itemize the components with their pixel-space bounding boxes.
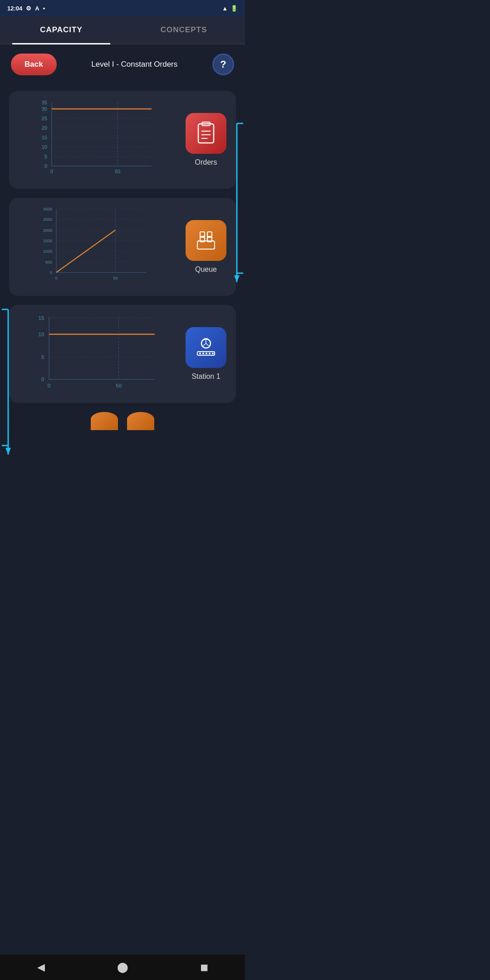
connector-left-arrow [0, 305, 15, 468]
signal-icon: ▲ [222, 5, 228, 12]
svg-text:5: 5 [44, 154, 47, 159]
page-title: Level I - Constant Orders [57, 60, 212, 69]
svg-text:5: 5 [41, 354, 44, 360]
svg-rect-31 [198, 124, 214, 143]
svg-text:1000: 1000 [43, 249, 52, 254]
connector-right-arrow [230, 119, 245, 300]
orders-label: Orders [195, 158, 217, 167]
svg-text:30: 30 [42, 106, 47, 112]
settings-icon: ⚙ [26, 5, 31, 12]
bottom-circle-1[interactable] [91, 412, 118, 430]
tab-bar: CAPACITY CONCEPTS [0, 16, 245, 44]
svg-text:500: 500 [45, 260, 52, 265]
svg-text:50: 50 [116, 382, 122, 388]
header-row: Back Level I - Constant Orders ? [0, 44, 245, 83]
svg-point-77 [206, 353, 207, 354]
card-orders: 0 5 10 15 20 25 30 [9, 91, 236, 189]
svg-rect-55 [197, 241, 215, 249]
queue-icon-box[interactable] [186, 220, 226, 261]
svg-text:20: 20 [42, 125, 47, 131]
station1-icon-area: Station 1 [183, 327, 229, 381]
svg-text:15: 15 [42, 135, 47, 140]
svg-text:2000: 2000 [43, 228, 52, 233]
svg-text:50: 50 [113, 276, 118, 280]
svg-text:2500: 2500 [43, 217, 52, 222]
svg-text:0: 0 [55, 276, 57, 280]
font-icon: A [35, 5, 39, 12]
station1-label: Station 1 [191, 372, 220, 381]
chart-station1: 0 5 10 15 0 50 [16, 312, 178, 396]
svg-text:1500: 1500 [43, 239, 52, 243]
status-right: ▲ 🔋 [222, 5, 238, 12]
orders-icon-area: Orders [183, 113, 229, 167]
status-time: 12:04 [7, 5, 22, 12]
svg-text:0: 0 [48, 382, 51, 388]
svg-text:10: 10 [42, 144, 47, 150]
sim-icon: ▪ [43, 5, 45, 12]
svg-text:25: 25 [42, 116, 47, 121]
svg-text:50: 50 [115, 169, 120, 174]
svg-point-76 [202, 353, 204, 354]
tab-concepts[interactable]: CONCEPTS [122, 16, 245, 44]
main-content: 0 5 10 15 20 25 30 [0, 83, 245, 466]
svg-text:35: 35 [42, 100, 47, 105]
svg-text:15: 15 [39, 315, 44, 321]
status-bar: 12:04 ⚙ A ▪ ▲ 🔋 [0, 0, 245, 16]
battery-icon: 🔋 [230, 5, 238, 12]
svg-text:3000: 3000 [43, 207, 52, 211]
svg-text:0: 0 [44, 163, 47, 169]
chart-queue: 0 500 1000 1500 2000 2500 3000 0 50 [16, 205, 178, 289]
card-station1: 0 5 10 15 0 50 [9, 305, 236, 403]
svg-text:0: 0 [41, 376, 44, 382]
svg-point-75 [199, 353, 201, 354]
help-button[interactable]: ? [212, 54, 234, 75]
svg-line-54 [56, 230, 116, 273]
bottom-circle-2[interactable] [127, 412, 154, 430]
orders-icon-box[interactable] [186, 113, 226, 154]
svg-text:0: 0 [50, 169, 53, 174]
chart-orders: 0 5 10 15 20 25 30 [16, 98, 178, 181]
station1-icon-box[interactable] [186, 327, 226, 368]
svg-point-78 [209, 353, 211, 354]
queue-icon-area: Queue [183, 220, 229, 274]
tab-capacity[interactable]: CAPACITY [0, 16, 122, 44]
card-queue: 0 500 1000 1500 2000 2500 3000 0 50 [9, 198, 236, 296]
queue-label: Queue [195, 265, 217, 274]
svg-text:10: 10 [39, 331, 44, 337]
bottom-circles [9, 412, 236, 430]
back-button[interactable]: Back [11, 54, 57, 75]
svg-text:0: 0 [50, 270, 52, 275]
svg-point-79 [212, 353, 214, 354]
